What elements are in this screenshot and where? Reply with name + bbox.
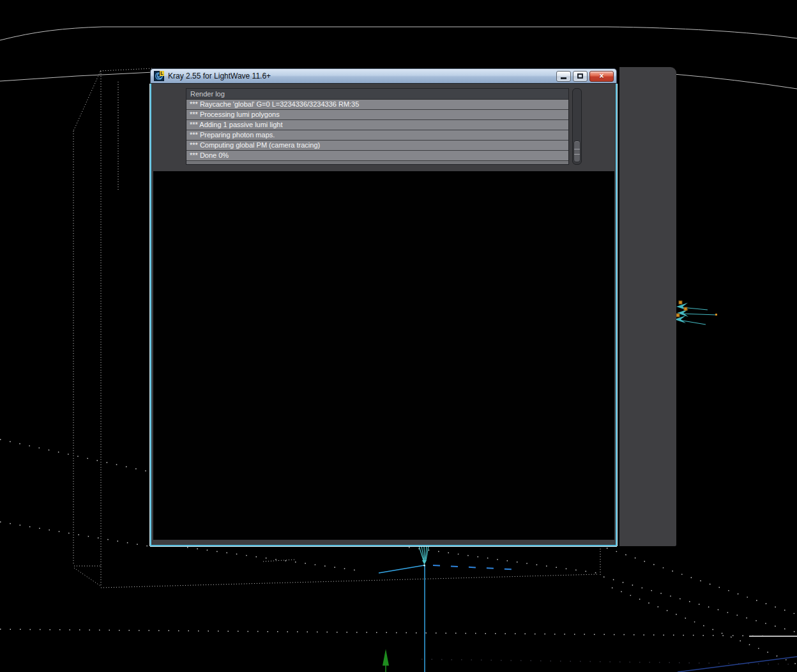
log-row[interactable]: *** Raycache 'global' G=0 L=3234336/3234… [186,100,568,110]
kray-app-icon: L [154,71,164,81]
icon-l-badge: L [160,71,164,76]
close-button[interactable]: × [589,71,614,82]
scrollbar-grip-icon [574,149,580,155]
window-controls: × [556,71,614,82]
render-log-rows: *** Raycache 'global' G=0 L=3234336/3234… [186,100,568,161]
green-axis-arrow-icon[interactable] [383,649,389,672]
titlebar[interactable]: L Kray 2.55 for LightWave 11.6+ × [150,68,617,84]
render-viewport [153,171,614,540]
log-scrollbar-thumb[interactable] [573,141,581,162]
ceiling-curve-line-2-right [674,74,797,89]
log-empty-row [186,161,568,164]
minimize-button[interactable] [556,71,571,82]
background-panel [619,67,676,546]
log-row[interactable]: *** Processing lumi polygons [186,110,568,120]
log-row[interactable]: *** Adding 1 passive lumi light [186,120,568,130]
log-scrollbar[interactable] [572,88,582,165]
window-content: Render log *** Raycache 'global' G=0 L=3… [150,84,617,546]
kray-window: L Kray 2.55 for LightWave 11.6+ × Render… [150,68,617,546]
grid-edge-blue-line [678,657,797,672]
maximize-icon [577,73,583,79]
log-row[interactable]: *** Computing global PM (camera tracing) [186,141,568,151]
maximize-button[interactable] [573,71,588,82]
close-icon: × [599,72,603,80]
log-row[interactable]: *** Done 0% [186,151,568,161]
ceiling-curve-line [0,27,797,40]
render-log-panel: Render log *** Raycache 'global' G=0 L=3… [186,88,583,165]
window-title: Kray 2.55 for LightWave 11.6+ [168,72,271,80]
camera-dashed-line [433,565,521,570]
ceiling-curve-line-2-left [0,72,153,81]
render-log-list: Render log *** Raycache 'global' G=0 L=3… [186,88,569,165]
render-log-header: Render log [186,89,568,100]
lumi-light-gizmo-icons[interactable] [674,301,717,325]
spotlight-gizmo-icon[interactable] [419,546,429,567]
log-row[interactable]: *** Preparing photon maps. [186,130,568,141]
minimize-icon [561,77,566,79]
